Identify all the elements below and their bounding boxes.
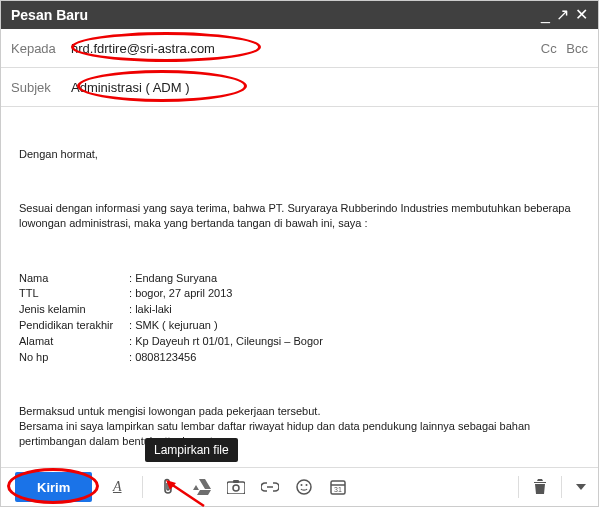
- separator: [518, 476, 519, 498]
- more-options-icon[interactable]: [576, 484, 586, 490]
- svg-point-5: [306, 484, 308, 486]
- title-bar: Pesan Baru _ ↗ ✕: [1, 1, 598, 29]
- bcc-link[interactable]: Bcc: [566, 41, 588, 56]
- window-controls: _ ↗ ✕: [541, 9, 588, 21]
- field-value: bogor, 27 april 2013: [129, 286, 580, 301]
- compose-window: Pesan Baru _ ↗ ✕ Kepada hrd.fdrtire@sri-…: [0, 0, 599, 507]
- attach-file-icon[interactable]: [159, 478, 177, 496]
- format-text-icon[interactable]: A: [108, 478, 126, 496]
- field-label: Nama: [19, 271, 119, 286]
- field-label: TTL: [19, 286, 119, 301]
- svg-point-4: [301, 484, 303, 486]
- insert-photo-icon[interactable]: [227, 478, 245, 496]
- body-fields: NamaEndang Suryana TTLbogor, 27 april 20…: [19, 271, 580, 365]
- field-value: SMK ( kejuruan ): [129, 318, 580, 333]
- close-icon[interactable]: ✕: [575, 9, 588, 21]
- insert-invitation-icon[interactable]: 31: [329, 478, 347, 496]
- expand-icon[interactable]: ↗: [556, 9, 569, 21]
- field-label: Pendidikan terakhir: [19, 318, 119, 333]
- message-body[interactable]: Dengan hormat, Sesuai dengan informasi y…: [1, 107, 598, 467]
- discard-draft-icon[interactable]: [533, 479, 547, 495]
- toolbar-right: [518, 476, 592, 498]
- minimize-icon[interactable]: _: [541, 9, 550, 21]
- subject-label: Subjek: [11, 80, 71, 95]
- compose-toolbar: Kirim A 31: [1, 467, 598, 506]
- subject-row: Subjek Administrasi ( ADM ): [1, 68, 598, 107]
- svg-rect-2: [233, 480, 239, 483]
- svg-point-3: [297, 480, 311, 494]
- svg-text:31: 31: [334, 486, 342, 493]
- field-label: Alamat: [19, 334, 119, 349]
- field-value: Kp Dayeuh rt 01/01, Cileungsi – Bogor: [129, 334, 580, 349]
- recipient-row: Kepada hrd.fdrtire@sri-astra.com Cc Bcc: [1, 29, 598, 68]
- body-greeting: Dengan hormat,: [19, 147, 580, 162]
- cc-link[interactable]: Cc: [541, 41, 557, 56]
- insert-drive-icon[interactable]: [193, 478, 211, 496]
- body-intro: Sesuai dengan informasi yang saya terima…: [19, 201, 580, 231]
- insert-link-icon[interactable]: [261, 478, 279, 496]
- body-para1: Bermaksud untuk mengisi lowongan pada pe…: [19, 404, 580, 449]
- svg-rect-0: [227, 482, 245, 494]
- to-input[interactable]: hrd.fdrtire@sri-astra.com: [71, 41, 535, 56]
- subject-input[interactable]: Administrasi ( ADM ): [71, 80, 588, 95]
- field-value: Endang Suryana: [129, 271, 580, 286]
- svg-point-1: [233, 485, 239, 491]
- formatting-tools: A 31: [108, 476, 347, 498]
- field-value: 0808123456: [129, 350, 580, 365]
- to-label: Kepada: [11, 41, 71, 56]
- insert-emoji-icon[interactable]: [295, 478, 313, 496]
- window-title: Pesan Baru: [11, 1, 88, 29]
- field-label: Jenis kelamin: [19, 302, 119, 317]
- cc-bcc-links: Cc Bcc: [535, 41, 588, 56]
- send-button[interactable]: Kirim: [15, 472, 92, 502]
- separator: [561, 476, 562, 498]
- separator: [142, 476, 143, 498]
- field-label: No hp: [19, 350, 119, 365]
- field-value: laki-laki: [129, 302, 580, 317]
